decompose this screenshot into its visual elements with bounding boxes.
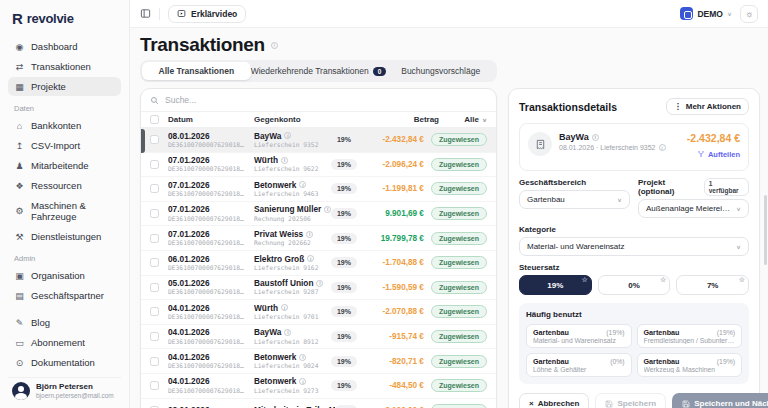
theme-toggle-button[interactable]: ☼ xyxy=(740,5,758,23)
table-row[interactable]: 05.01.2026DE36100700007629018…Baustoff U… xyxy=(141,276,496,301)
frequently-used-item[interactable]: Gartenbau(19%)Material- und Wareneinsatz xyxy=(526,324,632,348)
sidebar-item-blog[interactable]: ✎Blog xyxy=(8,313,121,332)
tax-option-0[interactable]: 0%☆ xyxy=(598,275,671,295)
row-date: 04.01.2026 xyxy=(168,327,254,337)
cell-counterparty: WürthiLieferschein 9701 xyxy=(254,303,331,322)
frequent-name: Gartenbau xyxy=(533,328,569,337)
row-checkbox[interactable] xyxy=(150,234,159,243)
tax-option-19[interactable]: 19%☆ xyxy=(519,275,592,295)
row-iban: DE36100700007629018… xyxy=(168,215,254,223)
search-input[interactable] xyxy=(165,95,487,105)
table-row[interactable]: 04.01.2026DE36100700007629018…BayWaiLief… xyxy=(141,325,496,350)
frequently-used-item[interactable]: Gartenbau(19%)Werkzeug & Maschinen xyxy=(637,353,743,377)
save-button[interactable]: Speichern xyxy=(595,393,666,408)
sidebar-item-ressourcen[interactable]: ❖Ressourcen xyxy=(8,176,121,195)
meta-info-icon[interactable]: i xyxy=(659,144,666,151)
table-row[interactable]: 08.01.2026DE36100700007629018…BayWaiLief… xyxy=(141,128,496,153)
frequent-percent: (19%) xyxy=(717,358,735,365)
frequently-used-item[interactable]: Gartenbau(0%)Löhne & Gehälter xyxy=(526,353,632,377)
sidebar-item-bankkonten[interactable]: ⌂Bankkonten xyxy=(8,116,121,135)
table-row[interactable]: 07.01.2026DE36100700007629018…Privat Wei… xyxy=(141,226,496,251)
more-actions-button[interactable]: ⋮ Mehr Aktionen xyxy=(666,98,749,115)
counterparty-info-icon[interactable]: i xyxy=(324,206,331,213)
page-scrollbar[interactable] xyxy=(764,195,767,265)
search-bar xyxy=(141,89,496,112)
sidebar-item-dokumentation[interactable]: ⊙Dokumentation xyxy=(8,353,121,372)
counterparty-info-icon[interactable]: i xyxy=(281,304,288,311)
counterparty-info-icon[interactable]: i xyxy=(281,157,288,164)
more-actions-label: Mehr Aktionen xyxy=(686,102,741,111)
account-switcher[interactable]: DEMO ∨ xyxy=(680,7,732,20)
user-profile[interactable]: Björn Petersen bjoern.petersen@mail.com xyxy=(8,377,121,400)
chevron-down-icon: ∨ xyxy=(617,196,622,202)
topbar-divider xyxy=(159,8,160,20)
sidebar-item-dienstleistungen[interactable]: ⚒Dienstleistungen xyxy=(8,227,121,246)
row-checkbox[interactable] xyxy=(150,332,159,341)
row-date: 07.01.2026 xyxy=(168,180,254,190)
counterparty-info-icon[interactable]: i xyxy=(299,354,306,361)
table-row[interactable]: 03.01.2026Mitarbeiterin Erika Musterfrau… xyxy=(141,399,496,408)
counterparty-info-icon[interactable]: i xyxy=(592,134,599,141)
counterparty-info-icon[interactable]: i xyxy=(299,181,306,188)
row-checkbox[interactable] xyxy=(150,283,159,292)
row-checkbox[interactable] xyxy=(150,135,159,144)
counterparty-info-icon[interactable]: i xyxy=(284,329,291,336)
counterparty-info-icon[interactable]: i xyxy=(299,378,306,385)
table-row[interactable]: 04.01.2026DE36100700007629018…Betonwerki… xyxy=(141,349,496,374)
project-select[interactable]: Außenanlage Meiereistraße ∨ xyxy=(638,199,749,218)
explainer-video-button[interactable]: Erklärvideo xyxy=(168,5,246,23)
row-checkbox[interactable] xyxy=(150,381,159,390)
row-checkbox[interactable] xyxy=(150,357,159,366)
tab-alle-transaktionen[interactable]: Alle Transaktionen xyxy=(142,62,251,80)
table-row[interactable]: 07.01.2026DE36100700007629018…Sanierung … xyxy=(141,202,496,227)
status-filter-dropdown[interactable]: Alle ∨ xyxy=(439,115,487,124)
sidebar-item-mitarbeitende[interactable]: ♟Mitarbeitende xyxy=(8,156,121,175)
sidebar-toggle-icon[interactable] xyxy=(140,8,151,19)
cancel-button[interactable]: × Abbrechen xyxy=(519,393,589,408)
counterparty-info-icon[interactable]: i xyxy=(284,132,291,139)
sidebar-item-geschäftspartner[interactable]: ▤Geschäftspartner xyxy=(8,286,121,305)
cell-counterparty: Baustoff UnioniLieferschein 9287 xyxy=(254,278,331,297)
row-reference: Lieferschein 9273 xyxy=(254,387,331,395)
table-row[interactable]: 07.01.2026DE36100700007629018…WürthiLief… xyxy=(141,153,496,178)
row-counterparty-name: Betonwerki xyxy=(254,352,331,362)
row-checkbox[interactable] xyxy=(150,160,159,169)
row-checkbox[interactable] xyxy=(150,184,159,193)
sidebar-item-maschinen-fahrzeuge[interactable]: ⚙Maschinen & Fahrzeuge xyxy=(8,196,121,226)
star-icon[interactable]: ☆ xyxy=(739,276,745,284)
select-all-checkbox[interactable] xyxy=(150,115,159,124)
title-info-icon[interactable]: i xyxy=(271,42,278,49)
business-area-select[interactable]: Gartenbau ∨ xyxy=(519,190,630,209)
counterparty-info-icon[interactable]: i xyxy=(316,280,323,287)
row-checkbox[interactable] xyxy=(150,258,159,267)
tax-option-7[interactable]: 7%☆ xyxy=(676,275,749,295)
row-checkbox[interactable] xyxy=(150,209,159,218)
scroll-position-indicator[interactable] xyxy=(141,129,145,153)
row-iban: DE36100700007629018… xyxy=(168,387,254,395)
star-icon[interactable]: ☆ xyxy=(660,276,666,284)
category-select[interactable]: Material- und Wareneinsatz ∨ xyxy=(519,237,749,256)
cell-date: 06.01.2026DE36100700007629018… xyxy=(168,254,254,273)
counterparty-info-icon[interactable]: i xyxy=(306,231,313,238)
tab-wiederkehrende-transaktionen[interactable]: Wiederkehrende Transaktionen0 xyxy=(251,62,387,80)
tab-buchungsvorschläge[interactable]: Buchungsvorschläge xyxy=(386,62,495,80)
sidebar-item-organisation[interactable]: ▣Organisation xyxy=(8,266,121,285)
table-row[interactable]: 04.01.2026DE36100700007629018…WürthiLief… xyxy=(141,300,496,325)
sidebar-item-projekte[interactable]: ▦Projekte xyxy=(8,77,121,96)
frequently-used-item[interactable]: Gartenbau(19%)Fremdleistungen / Subunter… xyxy=(637,324,743,348)
sidebar-item-label: Mitarbeitende xyxy=(31,160,89,171)
counterparty-info-icon[interactable]: i xyxy=(307,255,314,262)
row-checkbox[interactable] xyxy=(150,307,159,316)
split-transaction-link[interactable]: Aufteilen xyxy=(697,150,740,159)
column-header-gegenkonto: Gegenkonto xyxy=(254,115,333,124)
table-row[interactable]: 04.01.2026DE36100700007629018…Betonwerki… xyxy=(141,374,496,399)
transactions-table-card: Datum Gegenkonto Betrag Alle ∨ 08.01.202… xyxy=(140,88,497,408)
star-icon[interactable]: ☆ xyxy=(581,276,587,284)
sidebar-item-abonnement[interactable]: ▭Abonnement xyxy=(8,333,121,352)
save-and-next-button[interactable]: Speichern und Nächste → xyxy=(672,393,768,408)
table-row[interactable]: 06.01.2026DE36100700007629018…Elektro Gr… xyxy=(141,251,496,276)
sidebar-item-dashboard[interactable]: ◉Dashboard xyxy=(8,37,121,56)
table-row[interactable]: 07.01.2026DE36100700007629018…Betonwerki… xyxy=(141,177,496,202)
sidebar-item-csv-import[interactable]: ↥CSV-Import xyxy=(8,136,121,155)
sidebar-item-transaktionen[interactable]: ⇄Transaktionen xyxy=(8,57,121,76)
